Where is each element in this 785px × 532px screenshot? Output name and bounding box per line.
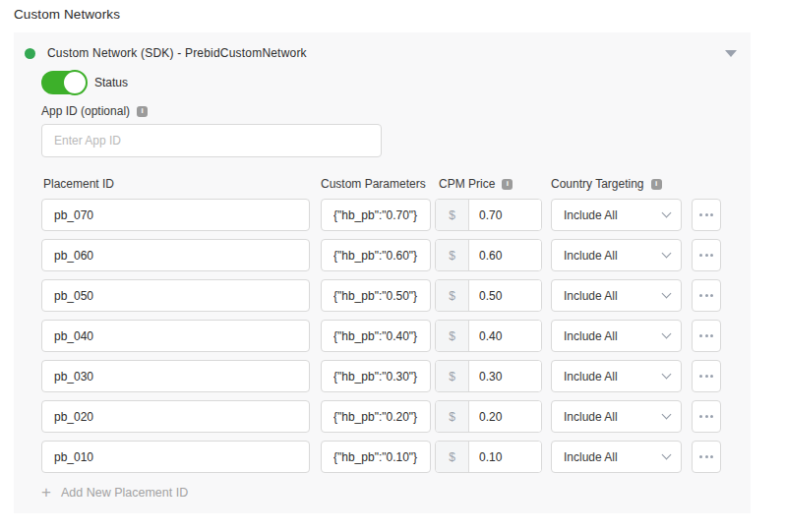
chevron-down-icon xyxy=(662,370,672,380)
info-icon[interactable]: i xyxy=(137,106,148,117)
ellipsis-icon xyxy=(699,415,702,418)
custom-parameters-input[interactable] xyxy=(321,279,431,312)
country-targeting-select[interactable]: Include All xyxy=(551,199,682,231)
cpm-price-input[interactable] xyxy=(469,321,541,351)
country-targeting-column-header: Country Targeting i xyxy=(551,177,682,191)
ellipsis-icon xyxy=(705,334,708,337)
ellipsis-icon xyxy=(705,455,708,458)
placement-id-input[interactable] xyxy=(41,239,310,271)
currency-prefix: $ xyxy=(436,240,469,270)
ellipsis-icon xyxy=(705,213,708,216)
ellipsis-icon xyxy=(699,455,702,458)
ellipsis-icon xyxy=(699,375,702,378)
ellipsis-icon xyxy=(699,334,702,337)
placement-row: $ Include All xyxy=(41,199,751,231)
ellipsis-icon xyxy=(699,213,702,216)
network-header[interactable]: Custom Network (SDK) - PrebidCustomNetwo… xyxy=(14,32,751,64)
page-title: Custom Networks xyxy=(14,7,120,22)
country-targeting-select[interactable]: Include All xyxy=(551,400,682,433)
currency-prefix: $ xyxy=(436,401,469,432)
chevron-down-icon xyxy=(662,450,672,460)
custom-parameters-column-header: Custom Parameters xyxy=(321,177,431,191)
app-id-input[interactable] xyxy=(41,124,382,157)
currency-prefix: $ xyxy=(436,361,469,391)
cpm-price-field: $ xyxy=(435,199,542,231)
placement-id-input[interactable] xyxy=(41,279,310,312)
ellipsis-icon xyxy=(710,455,713,458)
more-options-button[interactable] xyxy=(692,320,721,352)
custom-network-card: Custom Network (SDK) - PrebidCustomNetwo… xyxy=(14,32,751,513)
ellipsis-icon xyxy=(699,294,702,297)
placement-id-input[interactable] xyxy=(41,441,310,473)
more-options-button[interactable] xyxy=(692,239,721,271)
cpm-price-input[interactable] xyxy=(469,240,541,270)
placement-row: $ Include All xyxy=(41,400,751,433)
ellipsis-icon xyxy=(710,415,713,418)
chevron-down-icon xyxy=(662,329,672,339)
country-targeting-value: Include All xyxy=(564,289,618,303)
country-targeting-value: Include All xyxy=(564,329,618,343)
status-label: Status xyxy=(94,76,128,89)
country-targeting-select[interactable]: Include All xyxy=(551,239,682,271)
info-icon[interactable]: i xyxy=(651,179,662,190)
ellipsis-icon xyxy=(710,334,713,337)
custom-parameters-input[interactable] xyxy=(321,400,431,433)
cpm-price-field: $ xyxy=(435,279,542,312)
chevron-down-icon xyxy=(662,208,672,218)
cpm-price-input[interactable] xyxy=(469,280,541,311)
cpm-price-field: $ xyxy=(435,320,542,352)
cpm-price-field: $ xyxy=(435,239,542,271)
info-icon[interactable]: i xyxy=(502,179,513,190)
cpm-price-input[interactable] xyxy=(469,200,541,230)
currency-prefix: $ xyxy=(436,200,469,230)
add-placement-button[interactable]: + Add New Placement ID xyxy=(41,486,188,500)
custom-parameters-input[interactable] xyxy=(321,360,431,392)
country-targeting-value: Include All xyxy=(564,450,618,464)
cpm-price-field: $ xyxy=(435,360,542,392)
placement-id-input[interactable] xyxy=(41,320,310,352)
country-targeting-select[interactable]: Include All xyxy=(551,360,682,392)
country-targeting-select[interactable]: Include All xyxy=(551,279,682,312)
placement-row: $ Include All xyxy=(41,320,751,352)
placement-id-input[interactable] xyxy=(41,400,310,433)
custom-parameters-input[interactable] xyxy=(321,441,431,473)
network-title: Custom Network (SDK) - PrebidCustomNetwo… xyxy=(47,46,307,60)
currency-prefix: $ xyxy=(436,321,469,351)
ellipsis-icon xyxy=(705,415,708,418)
collapse-caret-icon[interactable] xyxy=(725,50,737,57)
custom-parameters-input[interactable] xyxy=(321,199,431,231)
country-targeting-value: Include All xyxy=(564,249,618,263)
cpm-price-column-header: CPM Price i xyxy=(435,177,542,191)
network-status-dot-icon xyxy=(25,48,35,59)
status-toggle[interactable] xyxy=(41,71,86,94)
ellipsis-icon xyxy=(710,254,713,257)
custom-parameters-input[interactable] xyxy=(321,320,431,352)
more-options-button[interactable] xyxy=(692,441,721,473)
placement-id-input[interactable] xyxy=(41,360,310,392)
cpm-price-input[interactable] xyxy=(469,361,541,391)
cpm-price-input[interactable] xyxy=(469,442,541,472)
plus-icon: + xyxy=(41,486,51,500)
placement-row: $ Include All xyxy=(41,239,751,271)
more-options-button[interactable] xyxy=(692,400,721,433)
placement-id-column-header: Placement ID xyxy=(41,177,310,191)
country-targeting-value: Include All xyxy=(564,410,618,424)
ellipsis-icon xyxy=(710,294,713,297)
cpm-price-input[interactable] xyxy=(469,401,541,432)
placement-id-input[interactable] xyxy=(41,199,310,231)
ellipsis-icon xyxy=(705,254,708,257)
table-header: Placement ID Custom Parameters CPM Price… xyxy=(41,177,751,191)
more-options-button[interactable] xyxy=(692,360,721,392)
more-options-button[interactable] xyxy=(692,279,721,312)
placement-row: $ Include All xyxy=(41,441,751,473)
add-placement-label: Add New Placement ID xyxy=(61,486,188,500)
cpm-price-field: $ xyxy=(435,441,542,473)
country-targeting-select[interactable]: Include All xyxy=(551,441,682,473)
app-id-label-row: App ID (optional) i xyxy=(41,104,751,118)
ellipsis-icon xyxy=(699,254,702,257)
custom-parameters-input[interactable] xyxy=(321,239,431,271)
country-targeting-select[interactable]: Include All xyxy=(551,320,682,352)
more-options-button[interactable] xyxy=(692,199,721,231)
cpm-price-field: $ xyxy=(435,400,542,433)
toggle-knob xyxy=(62,70,88,95)
